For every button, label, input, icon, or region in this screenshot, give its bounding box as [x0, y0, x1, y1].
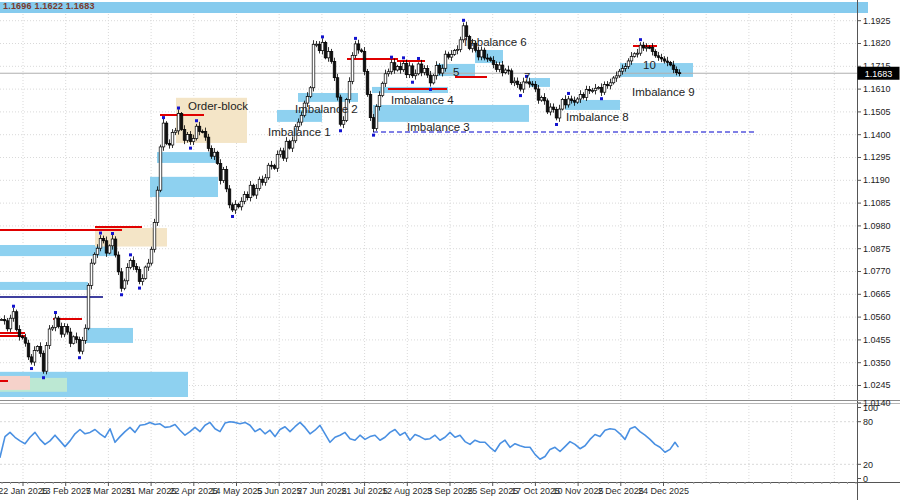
date-tick-label: 2 Dec 2025 [598, 486, 644, 496]
zone-label: Imbalance 1 [268, 126, 331, 138]
oscillator-panel[interactable] [0, 422, 678, 460]
imbalance-9-zone [620, 63, 693, 77]
trading-chart-window: Order-blockImbalance 1Imbalance 2Imbalan… [0, 0, 900, 500]
imbalance-zone-left-2 [0, 282, 88, 290]
price-tick-label: 1.1610 [863, 84, 891, 94]
price-tick-label: 1.0455 [863, 335, 891, 345]
price-tick-label: 1.0665 [863, 289, 891, 299]
price-tick-label: 1.1295 [863, 152, 891, 162]
price-tick-label: 1.0875 [863, 244, 891, 254]
imbalance-zones [0, 2, 868, 397]
date-tick-label: 24 Dec 2025 [638, 486, 689, 496]
top-imbalance-band [0, 2, 868, 13]
date-tick-label: 10 Nov 2025 [553, 486, 604, 496]
zone-label: Imbalance 3 [407, 121, 470, 133]
price-tick-label: 1.1190 [863, 175, 890, 185]
date-tick-label: 5 Jun 2025 [257, 486, 302, 496]
zone-label: Imbalance 2 [295, 103, 358, 115]
ohlc-values-label: 1.1696 1.1622 1.1683 [3, 1, 95, 11]
indicator-level-label: 100 [863, 403, 878, 413]
zone-label: Imbalance 9 [632, 86, 695, 98]
grid [0, 14, 857, 482]
zone-label: Imbalance 6 [464, 36, 527, 48]
price-tick-label: 1.0245 [863, 380, 891, 390]
price-tick-label: 1.1085 [863, 198, 891, 208]
date-tick-label: 27 Jun 2025 [297, 486, 347, 496]
indicator-line [0, 422, 678, 460]
candlestick-series [0, 22, 681, 375]
indicator-level-label: 20 [863, 460, 873, 470]
imbalance-zone-mid-2 [157, 152, 216, 163]
chart-canvas[interactable]: Order-blockImbalance 1Imbalance 2Imbalan… [0, 0, 900, 500]
price-tick-label: 1.1820 [863, 38, 891, 48]
time-axis[interactable]: 22 Jan 202513 Feb 20257 Mar 202531 Mar 2… [0, 482, 900, 496]
zone-label: Imbalance 8 [566, 111, 629, 123]
imbalance-3-zone [373, 105, 529, 122]
indicator-level-label: 80 [863, 417, 873, 427]
imbalance-zone-left-3 [85, 328, 133, 343]
date-tick-label: 13 Feb 2025 [40, 486, 91, 496]
date-tick-label: 21 Jul 2025 [341, 486, 388, 496]
price-tick-label: 1.1925 [863, 16, 891, 26]
current-price-tag: 1.1683 [858, 67, 900, 80]
zone-label: 5 [453, 66, 459, 78]
price-tick-label: 1.0770 [863, 266, 891, 276]
demand-zone-pink [0, 376, 30, 390]
price-tick-label: 1.1400 [863, 130, 891, 140]
price-tick-label: 1.0560 [863, 312, 891, 322]
date-tick-label: 3 Sep 2025 [427, 486, 473, 496]
date-tick-label: 14 May 2025 [210, 486, 262, 496]
date-tick-label: 7 Mar 2025 [86, 486, 132, 496]
price-tick-label: 1.0350 [863, 358, 891, 368]
price-tick-label: 1.1505 [863, 107, 891, 117]
zone-label: Order-block [188, 100, 248, 112]
zone-label: 7 [524, 71, 530, 83]
svg-text:1.1683: 1.1683 [865, 69, 893, 79]
imbalance-7-zone [530, 78, 550, 87]
price-tick-label: 1.0980 [863, 221, 891, 231]
zone-label: 10 [643, 59, 656, 71]
date-tick-label: 12 Aug 2025 [382, 486, 433, 496]
zone-label: Imbalance 4 [391, 94, 454, 106]
